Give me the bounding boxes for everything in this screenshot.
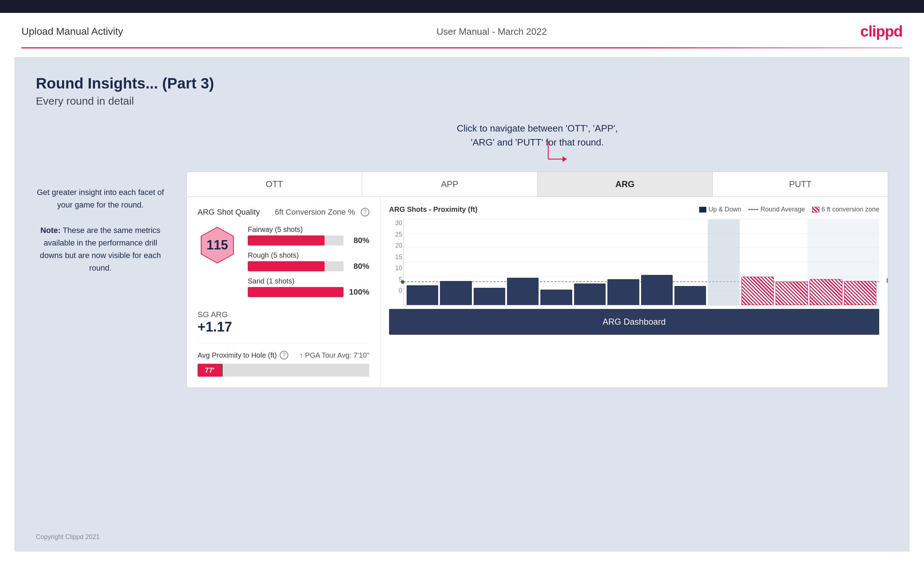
upload-label[interactable]: Upload Manual Activity bbox=[21, 26, 123, 37]
chart-bar-11 bbox=[775, 282, 808, 305]
note-label: Note: bbox=[40, 226, 61, 235]
legend-item-avg: Round Average bbox=[748, 206, 805, 213]
right-chart: ARG Shots - Proximity (ft) Up & Down Rou… bbox=[380, 197, 888, 387]
logo: clippd bbox=[860, 23, 903, 40]
chart-bar-6 bbox=[607, 279, 639, 305]
annotation-arrow bbox=[544, 141, 573, 170]
chart-bar-5 bbox=[574, 284, 606, 305]
y-label-25: 25 bbox=[390, 231, 402, 239]
bar-track-1 bbox=[248, 261, 344, 271]
y-label-15: 15 bbox=[390, 253, 402, 261]
stats-header: ARG Shot Quality 6ft Conversion Zone % ? bbox=[197, 208, 369, 217]
chart-wrapper: 0 5 10 15 20 25 30 bbox=[403, 219, 879, 305]
y-label-5: 5 bbox=[390, 276, 402, 284]
legend-dashed-avg bbox=[748, 209, 758, 210]
instruction-text: Get greater insight into each facet of y… bbox=[37, 188, 164, 209]
chart-bar-9-bg bbox=[708, 219, 739, 305]
y-label-20: 20 bbox=[390, 242, 402, 250]
bar-track-2 bbox=[248, 287, 344, 297]
chart-bar-13 bbox=[844, 281, 876, 305]
help-icon[interactable]: ? bbox=[361, 208, 369, 216]
sg-label: SG ARG bbox=[197, 310, 369, 319]
chart-bar-2 bbox=[474, 288, 505, 305]
legend-label-updown: Up & Down bbox=[709, 206, 741, 213]
tab-app[interactable]: APP bbox=[362, 172, 538, 197]
bar-pct-0: 80% bbox=[348, 236, 369, 245]
dashboard-body: ARG Shot Quality 6ft Conversion Zone % ?… bbox=[187, 197, 888, 387]
chart-bar-0 bbox=[407, 285, 438, 305]
bar-pct-2: 100% bbox=[348, 287, 369, 297]
chart-bar-7 bbox=[641, 275, 673, 305]
proximity-bar-fill: 77' bbox=[197, 364, 221, 377]
annotation-area: Click to navigate between 'OTT', 'APP', … bbox=[186, 121, 888, 164]
chart-bar-3 bbox=[507, 278, 538, 305]
left-panel: Get greater insight into each facet of y… bbox=[36, 121, 172, 388]
doc-title: User Manual - March 2022 bbox=[436, 26, 547, 37]
badge-number: 115 bbox=[207, 238, 228, 253]
hexagon-badge: 115 bbox=[197, 226, 237, 265]
tab-ott[interactable]: OTT bbox=[187, 172, 362, 197]
footer: Copyright Clippd 2021 bbox=[36, 533, 100, 541]
bars-container bbox=[404, 219, 879, 305]
proximity-bar-value: 77' bbox=[205, 366, 215, 374]
chart-title: ARG Shots - Proximity (ft) bbox=[389, 205, 478, 214]
y-label-0: 0 bbox=[390, 287, 402, 295]
top-stats-row: 115 Fairway (5 shots) bbox=[197, 226, 369, 303]
bar-row-0: Fairway (5 shots) 80% bbox=[248, 226, 369, 245]
legend-label-6ft: 6 ft conversion zone bbox=[821, 206, 879, 213]
proximity-help-icon[interactable]: ? bbox=[279, 351, 288, 359]
proximity-cursor bbox=[221, 364, 223, 377]
tabs: OTT APP ARG PUTT bbox=[187, 172, 888, 197]
proximity-bar-track: 77' bbox=[197, 364, 369, 377]
conversion-label: 6ft Conversion Zone % bbox=[275, 208, 355, 217]
legend-hatched-6ft bbox=[812, 207, 819, 213]
bar-track-0 bbox=[248, 235, 344, 245]
bar-label-0: Fairway (5 shots) bbox=[248, 226, 369, 234]
legend-item-updown: Up & Down bbox=[699, 206, 741, 213]
sg-value: +1.17 bbox=[197, 319, 369, 335]
bar-label-1: Rough (5 shots) bbox=[248, 251, 369, 259]
tab-arg[interactable]: ARG bbox=[538, 172, 713, 197]
svg-marker-2 bbox=[562, 156, 567, 162]
annotation-line2: 'ARG' and 'PUTT' for that round. bbox=[471, 137, 604, 148]
top-bar bbox=[0, 0, 924, 13]
y-label-10: 10 bbox=[390, 264, 402, 272]
annotation-text: Click to navigate between 'OTT', 'APP', … bbox=[186, 121, 888, 150]
bars-section: Fairway (5 shots) 80% bbox=[248, 226, 369, 303]
y-label-30: 30 bbox=[390, 219, 402, 227]
bar-row-2: Sand (1 shots) 100% bbox=[248, 277, 369, 297]
header: Upload Manual Activity User Manual - Mar… bbox=[0, 13, 924, 47]
left-stats: ARG Shot Quality 6ft Conversion Zone % ?… bbox=[187, 197, 380, 387]
legend: Up & Down Round Average 6 ft conversion … bbox=[699, 206, 879, 213]
section-title: Round Insights... (Part 3) bbox=[36, 75, 888, 92]
bar-row-1: Rough (5 shots) 80% bbox=[248, 251, 369, 271]
ref-value: 8 bbox=[886, 277, 888, 285]
dashboard-card: OTT APP ARG PUTT ARG Shot Quality 6ft Co… bbox=[186, 172, 888, 388]
y-axis: 0 5 10 15 20 25 30 bbox=[390, 219, 402, 295]
chart-bar-10 bbox=[741, 277, 774, 305]
bar-fill-0 bbox=[248, 235, 325, 245]
legend-box-updown bbox=[699, 207, 706, 213]
header-divider bbox=[21, 47, 903, 48]
chart-bar-4 bbox=[540, 290, 572, 305]
tab-putt[interactable]: PUTT bbox=[713, 172, 888, 197]
main-content: Round Insights... (Part 3) Every round i… bbox=[15, 57, 909, 551]
chart-header: ARG Shots - Proximity (ft) Up & Down Rou… bbox=[389, 205, 879, 214]
legend-label-avg: Round Average bbox=[761, 206, 805, 213]
legend-item-6ft: 6 ft conversion zone bbox=[812, 206, 879, 213]
chart-bar-8 bbox=[674, 286, 706, 305]
chart-area: 8 bbox=[403, 219, 879, 305]
bar-fill-2 bbox=[248, 287, 344, 297]
sg-section: SG ARG +1.17 bbox=[197, 310, 369, 335]
proximity-title: Avg Proximity to Hole (ft) ? bbox=[197, 351, 288, 359]
arg-dashboard-button[interactable]: ARG Dashboard bbox=[389, 309, 879, 335]
chart-bar-1 bbox=[440, 281, 472, 305]
bar-pct-1: 80% bbox=[348, 262, 369, 271]
bar-label-2: Sand (1 shots) bbox=[248, 277, 369, 285]
proximity-header: Avg Proximity to Hole (ft) ? ↑ PGA Tour … bbox=[197, 351, 369, 359]
instruction-box: Get greater insight into each facet of y… bbox=[36, 186, 165, 274]
pga-avg: ↑ PGA Tour Avg: 7'10" bbox=[299, 351, 369, 359]
proximity-section: Avg Proximity to Hole (ft) ? ↑ PGA Tour … bbox=[197, 343, 369, 377]
section-subtitle: Every round in detail bbox=[36, 95, 888, 107]
proximity-label: Avg Proximity to Hole (ft) bbox=[197, 351, 277, 359]
